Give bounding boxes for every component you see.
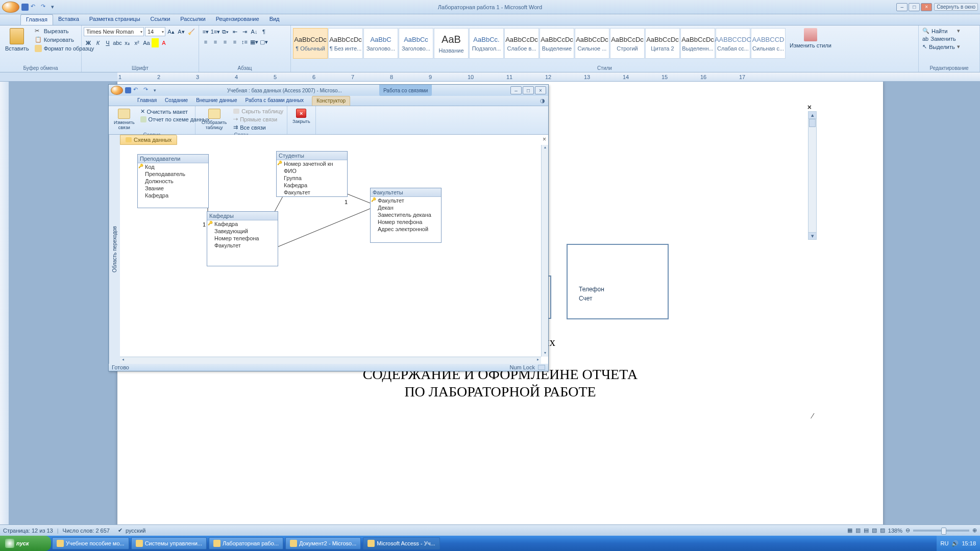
table-field[interactable]: Номер телефона [207,235,278,242]
table-field[interactable]: Факультет [277,189,347,196]
table-field[interactable]: Кафедра [207,220,278,228]
table-field[interactable]: Адрес электронной [371,226,441,233]
ruler-horizontal[interactable]: 1234567891011121314151617 [0,72,980,82]
style-item[interactable]: AaBbCcDcСлабое в... [504,28,539,59]
table-field[interactable]: Факультет [371,197,441,204]
access-qat-more-icon[interactable]: ▾ [154,88,156,93]
access-undo-icon[interactable] [133,86,141,94]
taskbar-item[interactable]: Лабораторная рабо... [209,537,283,549]
table-field[interactable]: Код [138,163,208,170]
office-button[interactable] [2,2,19,13]
font-name-select[interactable]: Times New Roman [84,27,144,36]
edit-relation-button[interactable]: Изменить связи [111,108,138,131]
show-table-button[interactable]: Отобразить таблицу [198,108,231,131]
access-maximize-button[interactable]: □ [523,86,534,94]
taskbar-item[interactable]: Учебное пособие мо... [52,537,129,549]
zoom-in-button[interactable]: ⊕ [972,527,977,534]
paste-button[interactable]: Вставить [2,27,32,64]
sort-button[interactable]: A↓ [250,27,259,36]
access-tab-dbtools[interactable]: Работа с базами данных [241,96,308,106]
table-field[interactable]: Номер телефона [371,218,441,226]
zoom-slider[interactable] [913,530,969,532]
tab-references[interactable]: Ссылки [145,14,176,25]
table-stud[interactable]: Студенты Номер зачетной кнФИОГруппаКафед… [276,151,348,197]
schema-canvas[interactable]: Схема данных × ∞1 ∞ ∞1 ∞ Преподаватели К… [120,135,548,364]
highlight-button[interactable] [152,38,159,47]
access-minimize-button[interactable]: – [510,86,522,94]
inner-window-close[interactable]: × [807,103,812,111]
status-words[interactable]: Число слов: 2 657 [63,528,110,534]
close-relations-button[interactable]: × Закрыть [289,108,313,127]
taskbar-item[interactable]: Системы управлени... [131,537,207,549]
save-icon[interactable] [21,4,29,11]
start-button[interactable]: пуск [0,536,51,551]
nav-pane-collapsed[interactable]: Область переходов [109,135,120,364]
style-item[interactable]: AaBbCcDcСтрогий [610,28,645,59]
style-item[interactable]: AABBCCDСильная с... [751,28,786,59]
proofing-icon[interactable]: ✔ [118,527,122,534]
schema-scroll-v[interactable]: ▴ ▾ [541,145,548,357]
table-kaf[interactable]: Кафедры КафедраЗаведующийНомер телефонаФ… [207,211,278,266]
find-button[interactable]: 🔍Найти▾ [921,27,962,35]
access-tab-home[interactable]: Главная [133,96,161,106]
style-item[interactable]: AaBbCcDcВыделенн... [680,28,715,59]
table-field[interactable]: Кафедра [277,182,347,189]
style-gallery[interactable]: AaBbCcDc¶ ОбычныйAaBbCcDc¶ Без инте...Aa… [293,27,786,60]
table-field[interactable]: Группа [277,174,347,182]
style-item[interactable]: AABBCCDCСлабая сс... [716,28,750,59]
style-item[interactable]: AaBbCcDc¶ Обычный [293,28,328,59]
style-item[interactable]: AaBbCcЗаголово... [399,28,433,59]
line-spacing-button[interactable]: ↕≡ [240,37,249,46]
clear-format-button[interactable]: 🧹 [187,27,196,36]
view-print-icon[interactable]: ▦ [847,527,852,534]
system-tray[interactable]: RU 🔊 15:18 [937,536,980,551]
view-web-icon[interactable]: ▤ [864,527,869,534]
shrink-font-button[interactable]: A▾ [177,27,186,36]
ruler-vertical[interactable] [0,82,9,540]
access-office-button[interactable] [111,86,123,95]
inner-scrollbar-v[interactable]: ▴ ▾ [808,111,817,240]
zoom-out-button[interactable]: ⊖ [905,527,910,534]
superscript-button[interactable]: x² [132,38,141,47]
multilevel-button[interactable]: ⧉▾ [220,27,230,36]
redo-icon[interactable] [41,3,49,11]
access-close-button[interactable]: × [535,86,546,94]
style-item[interactable]: AaBНазвание [434,28,469,59]
indent-dec-button[interactable]: ⇤ [230,27,239,36]
view-outline-icon[interactable]: ▧ [872,527,877,534]
style-item[interactable]: AaBbCcDc¶ Без инте... [328,28,363,59]
view-draft-icon[interactable]: ▨ [880,527,885,534]
borders-button[interactable]: ▢▾ [259,37,268,46]
table-prep[interactable]: Преподаватели КодПреподавательДолжностьЗ… [137,154,209,208]
access-help-icon[interactable]: ◑ [537,96,548,106]
status-language[interactable]: русский [126,528,145,534]
table-field[interactable]: Преподаватель [138,170,208,178]
table-field[interactable]: Номер зачетной кн [277,160,347,167]
tab-mailings[interactable]: Рассылки [175,14,210,25]
align-right-button[interactable]: ≡ [220,37,230,46]
tab-insert[interactable]: Вставка [53,14,84,25]
undo-icon[interactable] [31,3,39,11]
schema-scroll-h[interactable]: ◂ ▸ [120,357,541,364]
table-field[interactable]: Кафедра [138,192,208,199]
zoom-value[interactable]: 138% [888,528,902,534]
change-case-button[interactable]: Aa [142,38,151,47]
table-field[interactable]: Должность [138,178,208,185]
table-field[interactable]: Факультет [207,242,278,249]
shading-button[interactable]: ▦▾ [250,37,259,46]
style-item[interactable]: AaBbCc.Подзагол... [469,28,504,59]
tab-review[interactable]: Рецензирование [211,14,264,25]
taskbar-item[interactable]: Microsoft Access - Уч... [363,537,439,549]
access-tab-design[interactable]: Конструктор [312,96,350,106]
justify-button[interactable]: ≡ [230,37,239,46]
indent-inc-button[interactable]: ⇥ [240,27,249,36]
schema-tab[interactable]: Схема данных [120,135,177,145]
access-tab-external[interactable]: Внешние данные [192,96,241,106]
view-full-icon[interactable]: ▥ [855,527,861,534]
subscript-button[interactable]: x₂ [122,38,132,47]
status-page[interactable]: Страница: 12 из 13 [3,528,53,534]
style-item[interactable]: AaBbCcDcСильное ... [575,28,609,59]
tab-layout[interactable]: Разметка страницы [84,14,145,25]
tab-view[interactable]: Вид [264,14,285,25]
bold-button[interactable]: Ж [84,38,93,47]
